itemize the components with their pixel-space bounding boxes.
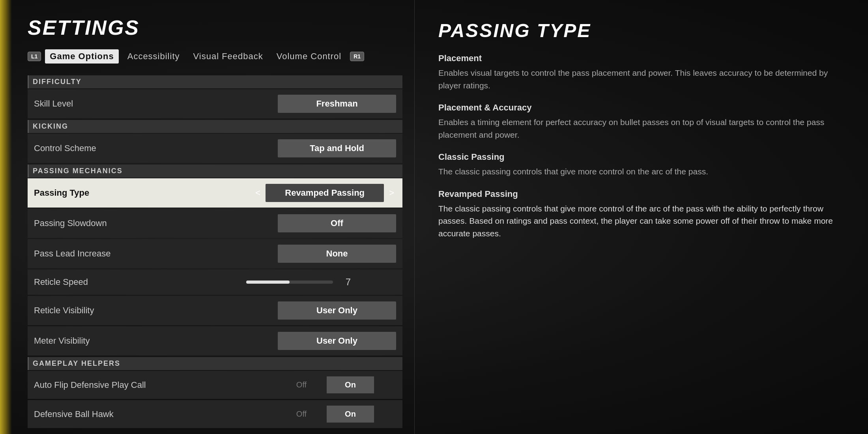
pass-lead-label: Pass Lead Increase bbox=[34, 249, 278, 259]
detail-section-revamped-body: The classic passing controls that give m… bbox=[438, 202, 844, 240]
skill-level-value[interactable]: Freshman bbox=[278, 95, 396, 113]
setting-row-passing-type[interactable]: Passing Type < Revamped Passing > bbox=[28, 178, 402, 208]
auto-flip-off-option[interactable]: Off bbox=[278, 376, 325, 393]
passing-slowdown-value[interactable]: Off bbox=[278, 214, 396, 232]
reticle-speed-label: Reticle Speed bbox=[34, 277, 246, 287]
passing-type-right-arrow[interactable]: > bbox=[387, 188, 396, 198]
ball-hawk-label: Defensive Ball Hawk bbox=[34, 409, 278, 419]
passing-type-left-arrow[interactable]: < bbox=[253, 188, 262, 198]
section-difficulty: DIFFICULTY bbox=[28, 75, 402, 88]
tab-left-badge: L1 bbox=[28, 52, 41, 61]
reticle-speed-slider-container: 7 bbox=[246, 277, 396, 288]
setting-row-auto-flip[interactable]: Auto Flip Defensive Play Call Off On bbox=[28, 371, 402, 399]
detail-title: PASSING TYPE bbox=[438, 20, 844, 41]
ball-hawk-off-option[interactable]: Off bbox=[278, 406, 325, 423]
section-kicking: KICKING bbox=[28, 120, 402, 133]
auto-flip-on-option[interactable]: On bbox=[327, 376, 374, 393]
skill-level-label: Skill Level bbox=[34, 99, 278, 109]
left-panel: SETTINGS L1 Game Options Accessibility V… bbox=[20, 0, 414, 434]
tab-right-badge: R1 bbox=[350, 52, 364, 61]
meter-visibility-value[interactable]: User Only bbox=[278, 332, 396, 350]
reticle-speed-number: 7 bbox=[339, 277, 351, 288]
detail-section-placement-body: Enables visual targets to control the pa… bbox=[438, 67, 844, 92]
detail-section-placement-accuracy-title: Placement & Accuracy bbox=[438, 103, 844, 113]
page-title: SETTINGS bbox=[28, 16, 402, 39]
control-scheme-value[interactable]: Tap and Hold bbox=[278, 139, 396, 157]
passing-type-control: < Revamped Passing > bbox=[253, 184, 396, 202]
setting-row-control-scheme[interactable]: Control Scheme Tap and Hold bbox=[28, 134, 402, 163]
detail-section-placement-accuracy: Placement & Accuracy Enables a timing el… bbox=[438, 103, 844, 141]
setting-row-reticle-visibility[interactable]: Reticle Visibility User Only bbox=[28, 296, 402, 325]
pass-lead-value[interactable]: None bbox=[278, 245, 396, 263]
detail-section-placement-accuracy-body: Enables a timing element for perfect acc… bbox=[438, 116, 844, 141]
setting-row-skill-level[interactable]: Skill Level Freshman bbox=[28, 89, 402, 118]
section-gameplay-helpers: GAMEPLAY HELPERS bbox=[28, 357, 402, 370]
difficulty-settings: Skill Level Freshman bbox=[28, 89, 402, 118]
control-scheme-label: Control Scheme bbox=[34, 143, 278, 153]
tab-volume-control[interactable]: Volume Control bbox=[272, 49, 346, 64]
detail-section-revamped: Revamped Passing The classic passing con… bbox=[438, 189, 844, 240]
reticle-speed-track[interactable] bbox=[246, 281, 333, 284]
gameplay-helper-settings: Auto Flip Defensive Play Call Off On Def… bbox=[28, 371, 402, 428]
reticle-visibility-label: Reticle Visibility bbox=[34, 305, 278, 316]
tab-game-options[interactable]: Game Options bbox=[45, 49, 118, 64]
right-panel: PASSING TYPE Placement Enables visual ta… bbox=[414, 0, 868, 434]
setting-row-pass-lead[interactable]: Pass Lead Increase None bbox=[28, 239, 402, 268]
detail-section-placement: Placement Enables visual targets to cont… bbox=[438, 53, 844, 92]
section-passing-mechanics: PASSING MECHANICS bbox=[28, 165, 402, 178]
kicking-settings: Control Scheme Tap and Hold bbox=[28, 134, 402, 163]
detail-section-classic-title: Classic Passing bbox=[438, 152, 844, 162]
setting-row-passing-slowdown[interactable]: Passing Slowdown Off bbox=[28, 209, 402, 238]
passing-slowdown-label: Passing Slowdown bbox=[34, 218, 278, 228]
tab-visual-feedback[interactable]: Visual Feedback bbox=[189, 49, 268, 64]
setting-row-reticle-speed[interactable]: Reticle Speed 7 bbox=[28, 269, 402, 295]
auto-flip-toggle: Off On bbox=[278, 376, 396, 393]
passing-settings: Passing Type < Revamped Passing > Passin… bbox=[28, 178, 402, 355]
reticle-visibility-value[interactable]: User Only bbox=[278, 301, 396, 320]
detail-section-placement-title: Placement bbox=[438, 53, 844, 64]
setting-row-ball-hawk[interactable]: Defensive Ball Hawk Off On bbox=[28, 400, 402, 428]
meter-visibility-label: Meter Visibility bbox=[34, 336, 278, 346]
detail-section-revamped-title: Revamped Passing bbox=[438, 189, 844, 199]
ball-hawk-toggle: Off On bbox=[278, 406, 396, 423]
passing-type-value: Revamped Passing bbox=[266, 184, 384, 202]
detail-section-classic: Classic Passing The classic passing cont… bbox=[438, 152, 844, 178]
auto-flip-label: Auto Flip Defensive Play Call bbox=[34, 380, 278, 390]
setting-row-meter-visibility[interactable]: Meter Visibility User Only bbox=[28, 326, 402, 355]
passing-type-label: Passing Type bbox=[34, 188, 253, 198]
tabs-bar: L1 Game Options Accessibility Visual Fee… bbox=[28, 49, 402, 64]
main-container: SETTINGS L1 Game Options Accessibility V… bbox=[0, 0, 868, 434]
tab-accessibility[interactable]: Accessibility bbox=[123, 49, 185, 64]
ball-hawk-on-option[interactable]: On bbox=[327, 406, 374, 423]
detail-section-classic-body: The classic passing controls that give m… bbox=[438, 165, 844, 178]
reticle-speed-fill bbox=[246, 281, 290, 284]
